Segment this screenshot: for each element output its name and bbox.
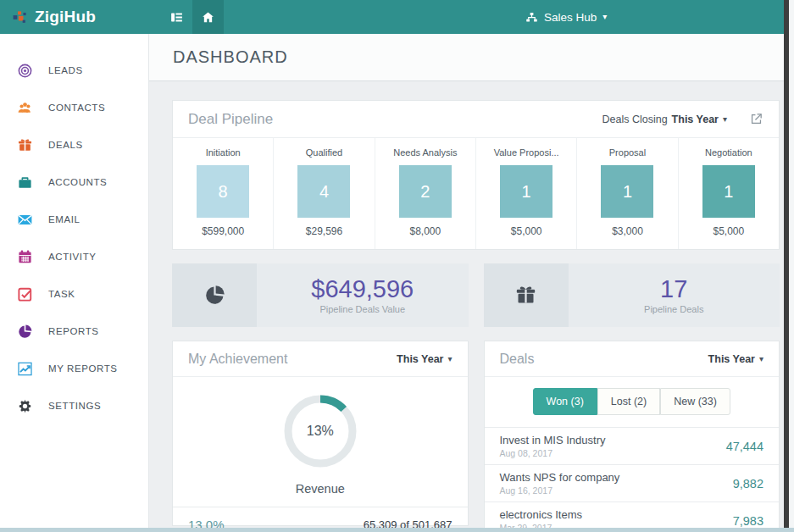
menu-list-button[interactable] [161,0,192,34]
gift-icon [514,284,537,307]
sidebar-item-my-reports[interactable]: MY REPORTS [0,350,148,387]
sidebar-item-label: CONTACTS [48,103,105,113]
expand-pipeline-button[interactable] [749,112,763,126]
pie-chart-icon [203,284,226,307]
tab-new[interactable]: New (33) [660,388,730,415]
caret-down-icon: ▾ [602,13,607,21]
pipeline-stage-initiation[interactable]: Initiation 8 $599,000 [173,138,274,249]
sidebar: LEADS CONTACTS DEALS ACCOUNTS EMAIL ACTI… [0,34,149,532]
my-achievement-card: My Achievement This Year ▾ 13% Revenue 1… [172,341,469,526]
calendar-icon [16,248,33,265]
deal-pipeline-title: Deal Pipeline [188,111,602,128]
sidebar-item-label: REPORTS [48,326,99,336]
stage-name: Negotiation [679,147,779,158]
stage-count: 2 [420,182,430,202]
target-icon [16,62,33,79]
sidebar-item-deals[interactable]: DEALS [0,126,148,163]
caret-down-icon: ▾ [723,115,727,124]
window-right-margin [789,0,794,532]
stage-amount: $3,000 [577,225,677,237]
sidebar-item-label: SETTINGS [48,401,101,411]
users-icon [16,99,33,116]
stage-count-box: 2 [399,165,452,218]
caret-down-icon: ▾ [447,355,452,363]
hub-selector[interactable]: Sales Hub ▾ [525,0,607,34]
gift-icon [16,136,33,153]
achievement-metric: Revenue [173,482,468,496]
sidebar-item-email[interactable]: EMAIL [0,201,148,238]
deals-filter[interactable]: This Year ▾ [708,353,763,365]
pipeline-value-label: Pipeline Deals Value [319,304,405,314]
stage-name: Qualified [274,147,374,158]
deal-list-item[interactable]: Wants NPS for company Aug 16, 2017 9,882 [485,465,780,502]
zigihub-logo-icon [12,9,28,25]
pipeline-deals-stat-card[interactable]: 17 Pipeline Deals [484,263,780,327]
sidebar-item-reports[interactable]: REPORTS [0,313,148,350]
pipeline-stage-negotiation[interactable]: Negotiation 1 $5,000 [679,138,779,249]
pipeline-stage-qualified[interactable]: Qualified 4 $29,596 [274,138,375,249]
pipeline-deals-count: 17 [660,276,687,302]
pipeline-stage-proposal[interactable]: Proposal 1 $3,000 [577,138,678,249]
stage-amount: $599,000 [173,225,273,237]
pipeline-stage-value-proposition[interactable]: Value Proposi... 1 $5,000 [476,138,577,249]
page-title: DASHBOARD [173,47,288,67]
sidebar-item-accounts[interactable]: ACCOUNTS [0,163,148,201]
window-bottom-border [0,528,794,532]
filter-prefix-label: Deals Closing [602,114,667,125]
filter-value-label: This Year [672,114,719,125]
sitemap-icon [525,11,538,24]
pipeline-stage-needs-analysis[interactable]: Needs Analysis 2 $8,000 [375,138,476,249]
deals-title: Deals [500,352,708,367]
page-header: DASHBOARD [149,34,784,81]
stat-icon-box [484,263,569,327]
deals-card: Deals This Year ▾ Won (3) Lost (2) New (… [484,341,780,532]
list-icon [169,10,184,25]
task-check-icon [16,285,33,302]
stage-name: Proposal [577,147,677,158]
sidebar-item-task[interactable]: TASK [0,275,148,313]
stage-count-box: 8 [197,165,249,218]
sidebar-item-settings[interactable]: SETTINGS [0,387,148,424]
tab-lost[interactable]: Lost (2) [597,388,660,415]
tab-won[interactable]: Won (3) [533,388,597,415]
deals-closing-filter[interactable]: Deals Closing This Year ▾ [602,114,727,125]
stage-count: 1 [623,182,632,202]
pie-icon [16,323,33,340]
home-button[interactable] [192,0,224,34]
envelope-icon [16,211,33,228]
brand[interactable]: ZigiHub [0,8,149,26]
sidebar-item-leads[interactable]: LEADS [0,52,148,89]
hub-label: Sales Hub [544,11,597,24]
deal-name: electronics Items [500,508,733,521]
briefcase-icon [16,174,33,191]
pipeline-value: $649,596 [311,276,414,302]
stage-count: 1 [522,182,531,202]
deal-value: 47,444 [726,440,763,453]
deal-list-item[interactable]: Invest in MIS Industry Aug 08, 2017 47,4… [485,428,780,465]
sidebar-item-contacts[interactable]: CONTACTS [0,89,148,126]
stage-count-box: 4 [297,165,350,218]
achievement-percent: 13% [280,391,361,472]
filter-value-label: This Year [708,353,755,365]
external-link-icon [749,112,763,126]
sidebar-item-label: DEALS [48,140,83,150]
stage-name: Value Proposi... [476,147,576,158]
achievement-filter[interactable]: This Year ▾ [397,353,452,365]
deals-tabs: Won (3) Lost (2) New (33) [485,377,780,428]
stage-amount: $29,596 [274,225,374,237]
gear-icon [16,397,33,414]
top-bar: ZigiHub Sales Hub ▾ [0,0,794,34]
deal-name: Invest in MIS Industry [500,434,726,446]
sidebar-item-label: LEADS [48,65,83,75]
sidebar-item-label: EMAIL [48,214,81,224]
sidebar-item-label: ACCOUNTS [48,177,107,187]
stage-name: Needs Analysis [375,147,475,158]
deal-date: Aug 16, 2017 [500,485,733,496]
stage-count: 8 [219,182,228,202]
sidebar-item-label: MY REPORTS [48,363,118,374]
deal-pipeline-card: Deal Pipeline Deals Closing This Year ▾ … [172,100,780,250]
stage-name: Initiation [173,147,273,158]
sidebar-item-activity[interactable]: ACTIVITY [0,238,148,275]
caret-down-icon: ▾ [759,355,763,363]
pipeline-value-stat-card[interactable]: $649,596 Pipeline Deals Value [172,263,469,327]
